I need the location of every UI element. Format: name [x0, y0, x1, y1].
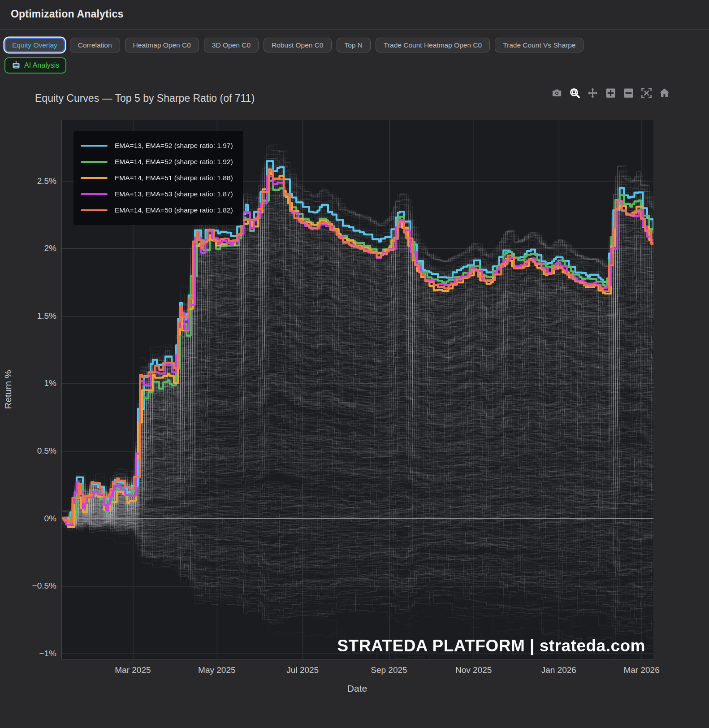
plotly-modebar [551, 87, 670, 99]
chart-title: Equity Curves — Top 5 by Sharpe Ratio (o… [35, 92, 255, 104]
zoom-icon[interactable] [569, 87, 581, 99]
zoom-in-icon[interactable] [605, 87, 617, 99]
x-tick-label: Mar 2025 [115, 665, 151, 675]
x-tick-label: May 2025 [198, 665, 235, 675]
legend-item[interactable]: EMA=14, EMA=50 (sharpe ratio: 1.82) [81, 202, 233, 218]
y-tick-label: 1.5% [37, 311, 56, 321]
legend-swatch [81, 193, 108, 195]
legend-swatch [81, 161, 108, 163]
robot-icon [12, 61, 21, 70]
tab-top-n[interactable]: Top N [337, 38, 371, 52]
y-tick-label: 2% [44, 243, 56, 253]
legend-label: EMA=14, EMA=51 (sharpe ratio: 1.88) [115, 174, 233, 182]
y-axis-title: Return % [3, 370, 13, 409]
tab-robust-open-c0[interactable]: Robust Open C0 [264, 38, 331, 52]
legend-label: EMA=14, EMA=50 (sharpe ratio: 1.82) [115, 206, 233, 214]
watermark: STRATEDA PLATFORM | strateda.com [337, 637, 645, 655]
x-tick-label: Nov 2025 [455, 665, 492, 675]
y-tick-label: 1% [44, 378, 56, 388]
camera-icon[interactable] [551, 87, 563, 99]
tab-equity-overlay[interactable]: Equity Overlay [4, 38, 65, 52]
zoom-out-icon[interactable] [623, 87, 635, 99]
tab-bar: Equity Overlay Correlation Heatmap Open … [4, 38, 584, 52]
x-axis-title: Date [347, 683, 367, 694]
page-title: Optimization Analytics [0, 0, 709, 20]
tab-correlation[interactable]: Correlation [70, 38, 120, 52]
app-header: Optimization Analytics [0, 0, 709, 30]
legend-label: EMA=14, EMA=52 (sharpe ratio: 1.92) [115, 158, 233, 166]
x-tick-label: Jul 2025 [286, 665, 319, 675]
legend-swatch [81, 177, 108, 179]
legend-item[interactable]: EMA=13, EMA=53 (sharpe ratio: 1.87) [81, 186, 233, 202]
x-tick-label: Jan 2026 [541, 665, 576, 675]
y-tick-label: 2.5% [37, 176, 56, 186]
legend-item[interactable]: EMA=13, EMA=52 (sharpe ratio: 1.97) [81, 138, 233, 154]
autoscale-icon[interactable] [640, 87, 653, 99]
legend-label: EMA=13, EMA=53 (sharpe ratio: 1.87) [115, 190, 233, 198]
tab-trade-count-vs-sharpe[interactable]: Trade Count Vs Sharpe [495, 38, 584, 52]
x-tick-label: Mar 2026 [623, 665, 659, 675]
y-tick-label: 0.5% [37, 446, 56, 456]
y-tick-label: −0.5% [32, 581, 56, 591]
tab-trade-count-heatmap-open-c0[interactable]: Trade Count Heatmap Open C0 [376, 38, 490, 52]
chart-legend: EMA=13, EMA=52 (sharpe ratio: 1.97) EMA=… [73, 131, 243, 225]
plot-area: EMA=13, EMA=52 (sharpe ratio: 1.97) EMA=… [61, 120, 653, 659]
legend-swatch [81, 145, 108, 147]
legend-swatch [81, 209, 108, 212]
y-tick-label: −1% [39, 649, 56, 659]
pan-icon[interactable] [587, 87, 599, 99]
ai-analysis-button[interactable]: AI Analysis [4, 57, 66, 74]
ai-analysis-label: AI Analysis [24, 61, 59, 69]
legend-item[interactable]: EMA=14, EMA=52 (sharpe ratio: 1.92) [81, 154, 233, 170]
y-tick-label: 0% [44, 514, 56, 524]
legend-item[interactable]: EMA=14, EMA=51 (sharpe ratio: 1.88) [81, 170, 233, 186]
tab-heatmap-open-c0[interactable]: Heatmap Open C0 [125, 38, 199, 52]
home-icon[interactable] [658, 87, 670, 99]
x-tick-label: Sep 2025 [371, 665, 407, 675]
legend-label: EMA=13, EMA=52 (sharpe ratio: 1.97) [115, 142, 233, 150]
ai-row: AI Analysis [4, 57, 66, 74]
tab-3d-open-c0[interactable]: 3D Open C0 [204, 38, 259, 52]
